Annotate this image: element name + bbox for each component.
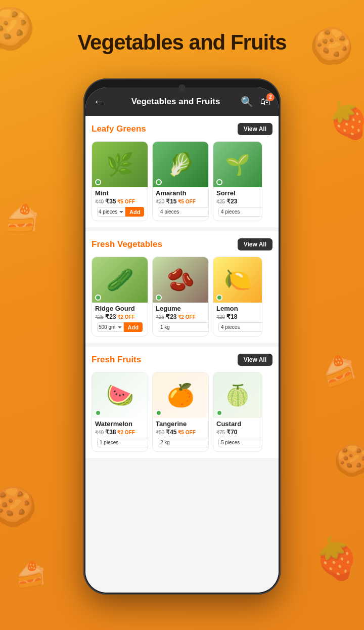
section-header-vegetables: Fresh Vegetables View All xyxy=(92,238,272,250)
price-old-legume: ₹25 xyxy=(156,314,164,320)
product-card-mint: 🌿 Mint ₹40 ₹35 ₹5 OFF xyxy=(92,141,148,221)
view-all-leafy-button[interactable]: View All xyxy=(238,123,272,135)
product-prices-lemon: ₹20 ₹18 xyxy=(216,313,259,320)
product-info-mint: Mint ₹40 ₹35 ₹5 OFF 4 pieces 2 pieces xyxy=(92,187,148,217)
add-button-ridge-gourd[interactable]: Add xyxy=(124,322,143,332)
qty-input-amaranth[interactable] xyxy=(158,207,209,217)
price-off-mint: ₹5 OFF xyxy=(117,199,134,204)
view-all-vegetables-button[interactable]: View All xyxy=(238,238,272,250)
section-title-leafy: Leafy Greens xyxy=(92,124,146,134)
section-leafy-greens: Leafy Greens View All 🌿 Mint ₹40 xyxy=(85,116,279,227)
product-info-watermelon: Watermelon ₹40 ₹38 ₹2 OFF Add xyxy=(92,418,148,447)
price-new-lemon: ₹18 xyxy=(226,313,237,320)
section-title-vegetables: Fresh Vegetables xyxy=(92,239,162,249)
price-old-amaranth: ₹20 xyxy=(156,199,164,204)
product-name-ridge-gourd: Ridge Gourd xyxy=(95,305,145,312)
add-button-mint[interactable]: Add xyxy=(125,207,144,217)
product-card-watermelon: 🍉 Watermelon ₹40 ₹38 ₹2 OFF xyxy=(92,372,148,452)
product-info-lemon: Lemon ₹20 ₹18 xyxy=(213,303,262,332)
product-image-legume: 🫘 xyxy=(153,257,208,303)
product-name-amaranth: Amaranth xyxy=(156,189,205,197)
product-image-watermelon: 🍉 xyxy=(92,372,148,418)
product-card-custard: 🍈 Custard ₹75 ₹70 xyxy=(213,372,262,452)
fresh-indicator-watermelon xyxy=(95,410,101,416)
phone-frame: ← Vegetables and Fruits 🔍 🛍 2 Leafy Gree… xyxy=(83,78,281,595)
product-prices-amaranth: ₹20 ₹15 ₹5 OFF xyxy=(156,198,205,205)
product-info-sorrel: Sorrel ₹25 ₹23 xyxy=(213,187,262,217)
fresh-indicator-sorrel xyxy=(216,179,222,185)
price-new-watermelon: ₹38 xyxy=(105,429,116,436)
qty-input-watermelon[interactable] xyxy=(97,438,148,447)
price-old-watermelon: ₹40 xyxy=(95,430,104,435)
qty-input-lemon[interactable] xyxy=(218,322,262,332)
qty-input-legume[interactable] xyxy=(158,322,209,332)
qty-select-ridge-gourd[interactable]: 500 gm 250 gm 1 kg xyxy=(97,322,124,332)
product-prices-custard: ₹75 ₹70 xyxy=(216,429,259,436)
qty-input-sorrel[interactable] xyxy=(218,207,262,217)
price-new-ridge-gourd: ₹23 xyxy=(105,313,116,320)
cart-badge: 2 xyxy=(266,93,275,101)
product-controls-ridge-gourd: 500 gm 250 gm 1 kg Add xyxy=(95,322,145,332)
product-controls-amaranth: Add xyxy=(156,207,205,217)
product-prices-mint: ₹40 ₹35 ₹5 OFF xyxy=(95,198,145,205)
price-new-tangerine: ₹45 xyxy=(166,429,176,436)
products-row-leafy: 🌿 Mint ₹40 ₹35 ₹5 OFF xyxy=(92,141,272,221)
product-card-sorrel: 🌱 Sorrel ₹25 ₹23 xyxy=(213,141,262,221)
qty-select-mint[interactable]: 4 pieces 2 pieces 6 pieces xyxy=(97,207,125,217)
section-fresh-fruits: Fresh Fruits View All 🍉 Watermelon xyxy=(85,347,279,458)
product-prices-sorrel: ₹25 ₹23 xyxy=(216,198,259,205)
product-info-tangerine: Tangerine ₹50 ₹45 ₹5 OFF Add xyxy=(153,418,208,447)
price-off-ridge-gourd: ₹2 OFF xyxy=(117,314,134,320)
app-header: ← Vegetables and Fruits 🔍 🛍 2 xyxy=(85,88,279,116)
product-info-custard: Custard ₹75 ₹70 xyxy=(213,418,262,447)
product-info-ridge-gourd: Ridge Gourd ₹25 ₹23 ₹2 OFF 500 gm 250 gm xyxy=(92,303,148,332)
product-name-lemon: Lemon xyxy=(216,305,259,312)
section-title-fruits: Fresh Fruits xyxy=(92,355,141,365)
price-new-amaranth: ₹15 xyxy=(166,198,176,205)
qty-input-custard[interactable] xyxy=(218,438,262,447)
fresh-indicator-ridge-gourd xyxy=(95,295,101,301)
view-all-fruits-button[interactable]: View All xyxy=(238,354,272,366)
section-fresh-vegetables: Fresh Vegetables View All 🥒 Ridge Gourd xyxy=(85,231,279,343)
section-header-leafy: Leafy Greens View All xyxy=(92,123,272,135)
product-image-sorrel: 🌱 xyxy=(213,142,262,187)
app-content: Leafy Greens View All 🌿 Mint ₹40 xyxy=(85,116,279,593)
fresh-indicator-legume xyxy=(156,295,162,301)
products-row-vegetables: 🥒 Ridge Gourd ₹25 ₹23 ₹2 OFF xyxy=(92,257,272,337)
price-new-sorrel: ₹23 xyxy=(226,198,237,205)
product-name-custard: Custard xyxy=(216,420,259,428)
product-controls-lemon xyxy=(216,322,259,332)
fresh-indicator-lemon xyxy=(216,295,222,301)
cart-icon[interactable]: 🛍 2 xyxy=(260,96,270,108)
product-info-legume: Legume ₹25 ₹23 ₹2 OFF Add xyxy=(153,303,208,332)
price-old-tangerine: ₹50 xyxy=(156,430,164,435)
price-new-custard: ₹70 xyxy=(226,429,237,436)
price-new-legume: ₹23 xyxy=(166,313,176,320)
product-card-legume: 🫘 Legume ₹25 ₹23 ₹2 OFF xyxy=(152,257,209,337)
search-icon[interactable]: 🔍 xyxy=(241,96,253,108)
product-controls-tangerine: Add xyxy=(156,438,205,447)
price-old-custard: ₹75 xyxy=(216,430,225,435)
header-title: Vegetables and Fruits xyxy=(111,97,241,107)
product-controls-legume: Add xyxy=(156,322,205,332)
product-name-sorrel: Sorrel xyxy=(216,189,259,197)
product-card-lemon: 🍋 Lemon ₹20 ₹18 xyxy=(213,257,262,337)
qty-input-tangerine[interactable] xyxy=(158,438,209,447)
fresh-indicator-tangerine xyxy=(156,410,162,416)
phone-screen: ← Vegetables and Fruits 🔍 🛍 2 Leafy Gree… xyxy=(85,88,279,593)
product-name-mint: Mint xyxy=(95,189,145,197)
product-prices-legume: ₹25 ₹23 ₹2 OFF xyxy=(156,313,205,320)
product-prices-tangerine: ₹50 ₹45 ₹5 OFF xyxy=(156,429,205,436)
product-image-mint: 🌿 xyxy=(92,142,148,187)
product-info-amaranth: Amaranth ₹20 ₹15 ₹5 OFF Add xyxy=(153,187,208,217)
price-old-lemon: ₹20 xyxy=(216,314,225,320)
product-controls-mint: 4 pieces 2 pieces 6 pieces Add xyxy=(95,207,145,217)
product-image-amaranth: 🥬 xyxy=(153,142,208,187)
back-button[interactable]: ← xyxy=(94,95,105,108)
product-name-tangerine: Tangerine xyxy=(156,420,205,428)
price-off-amaranth: ₹5 OFF xyxy=(178,199,195,204)
price-off-tangerine: ₹5 OFF xyxy=(178,430,195,435)
price-old-ridge-gourd: ₹25 xyxy=(95,314,104,320)
product-name-watermelon: Watermelon xyxy=(95,420,145,428)
product-card-tangerine: 🍊 Tangerine ₹50 ₹45 ₹5 OFF xyxy=(152,372,209,452)
